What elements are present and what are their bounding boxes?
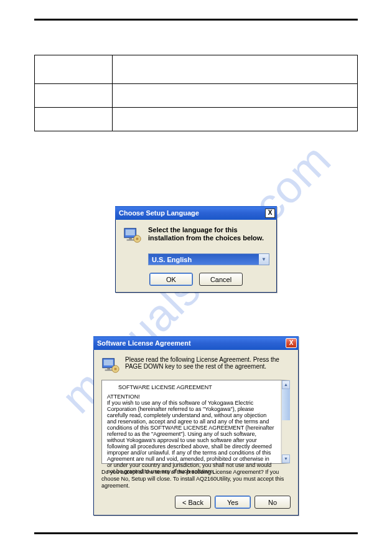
svg-rect-2 (129, 238, 132, 240)
scroll-up-icon[interactable]: ▲ (282, 380, 290, 389)
yes-button[interactable]: Yes (215, 496, 251, 509)
close-icon[interactable]: X (265, 209, 275, 218)
bottom-rule (34, 532, 358, 534)
license-attention: ATTENTION! (107, 393, 276, 400)
titlebar: Software License Agreement X (93, 336, 299, 350)
dialog-message: Select the language for this installatio… (148, 226, 269, 245)
svg-rect-8 (107, 368, 110, 370)
scroll-down-icon[interactable]: ▼ (282, 455, 290, 463)
ok-button[interactable]: OK (149, 273, 193, 286)
table-row (35, 55, 358, 84)
license-header: SOFTWARE LICENSE AGREEMENT (118, 384, 276, 390)
license-textbox[interactable]: SOFTWARE LICENSE AGREEMENT ATTENTION! If… (101, 380, 291, 464)
dialog-instruction: Please read the following License Agreem… (125, 356, 291, 375)
license-agreement-dialog: Software License Agreement X Please read… (93, 336, 299, 516)
svg-rect-5 (136, 238, 139, 240)
license-body: If you wish to use any of this software … (107, 400, 276, 474)
svg-rect-9 (105, 370, 113, 371)
dialog-title: Software License Agreement (97, 339, 286, 347)
svg-rect-11 (114, 368, 117, 370)
titlebar: Choose Setup Language X (115, 206, 277, 220)
scroll-thumb[interactable] (282, 389, 290, 420)
scrollbar[interactable]: ▲ ▼ (281, 380, 290, 463)
language-select[interactable]: U.S. English ▼ (148, 253, 269, 265)
installer-icon (123, 226, 142, 245)
table-row (35, 84, 358, 108)
svg-rect-1 (126, 230, 135, 235)
close-icon[interactable]: X (286, 338, 297, 348)
choose-language-dialog: Choose Setup Language X Select the langu… (115, 206, 277, 293)
selected-language: U.S. English (152, 256, 259, 263)
chevron-down-icon: ▼ (259, 254, 269, 265)
table-row (35, 108, 358, 131)
svg-rect-7 (104, 360, 113, 365)
svg-rect-3 (127, 240, 134, 241)
empty-table (34, 55, 358, 131)
no-button[interactable]: No (254, 496, 291, 509)
cancel-button[interactable]: Cancel (199, 273, 243, 286)
dialog-title: Choose Setup Language (119, 209, 265, 217)
top-rule (34, 19, 358, 21)
back-button[interactable]: < Back (175, 496, 211, 509)
installer-icon (101, 356, 120, 375)
